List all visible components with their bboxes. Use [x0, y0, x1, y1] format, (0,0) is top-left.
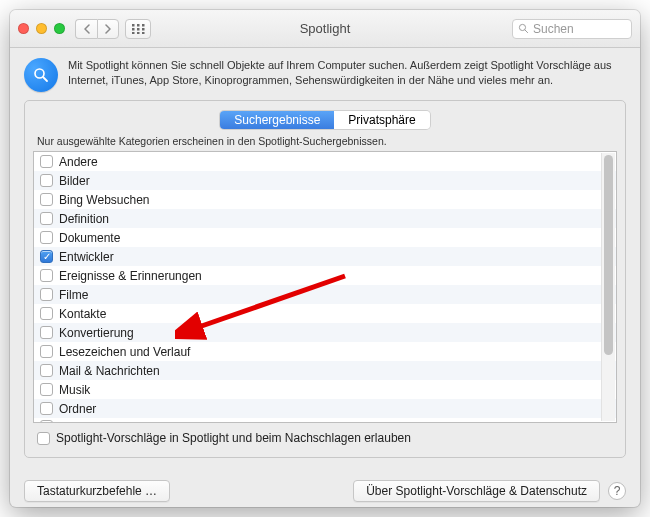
minimize-icon[interactable]: [36, 23, 47, 34]
category-checkbox[interactable]: [40, 269, 53, 282]
category-label: Bilder: [59, 174, 90, 188]
category-label: Lesezeichen und Verlauf: [59, 345, 190, 359]
titlebar: Spotlight Suchen: [10, 10, 640, 48]
allow-suggestions-row: Spotlight-Vorschläge in Spotlight und be…: [33, 423, 617, 445]
category-checkbox[interactable]: [40, 364, 53, 377]
category-checkbox[interactable]: [40, 288, 53, 301]
search-input[interactable]: Suchen: [512, 19, 632, 39]
header-row: Mit Spotlight können Sie schnell Objekte…: [24, 58, 626, 92]
category-checkbox[interactable]: [40, 250, 53, 263]
list-item[interactable]: Ordner: [34, 399, 616, 418]
category-checkbox[interactable]: [40, 174, 53, 187]
search-placeholder: Suchen: [533, 22, 574, 36]
list-item[interactable]: Bilder: [34, 171, 616, 190]
hint-text: Nur ausgewählte Kategorien erscheinen in…: [37, 135, 617, 147]
list-item[interactable]: Mail & Nachrichten: [34, 361, 616, 380]
list-item[interactable]: Andere: [34, 152, 616, 171]
scrollbar[interactable]: [601, 153, 615, 421]
close-icon[interactable]: [18, 23, 29, 34]
list-item[interactable]: Konvertierung: [34, 323, 616, 342]
category-label: Konvertierung: [59, 326, 134, 340]
category-label: Andere: [59, 155, 98, 169]
category-label: Filme: [59, 288, 88, 302]
category-checkbox[interactable]: [40, 231, 53, 244]
list-item[interactable]: Filme: [34, 285, 616, 304]
list-item[interactable]: Dokumente: [34, 228, 616, 247]
category-checkbox[interactable]: [40, 345, 53, 358]
list-item[interactable]: Kontakte: [34, 304, 616, 323]
category-checkbox[interactable]: [40, 326, 53, 339]
category-label: Mail & Nachrichten: [59, 364, 160, 378]
description-text: Mit Spotlight können Sie schnell Objekte…: [68, 58, 626, 88]
scrollbar-thumb[interactable]: [604, 155, 613, 355]
list-item[interactable]: [34, 418, 616, 423]
nav-buttons: [75, 19, 119, 39]
category-checkbox[interactable]: [40, 155, 53, 168]
list-item[interactable]: Entwickler: [34, 247, 616, 266]
category-label: Ereignisse & Erinnerungen: [59, 269, 202, 283]
svg-rect-4: [137, 28, 140, 31]
allow-suggestions-label: Spotlight-Vorschläge in Spotlight und be…: [56, 431, 411, 445]
list-item[interactable]: Bing Websuchen: [34, 190, 616, 209]
svg-rect-5: [142, 28, 145, 31]
category-label: Kontakte: [59, 307, 106, 321]
category-label: Bing Websuchen: [59, 193, 150, 207]
spotlight-icon: [24, 58, 58, 92]
svg-rect-2: [142, 24, 145, 27]
tab-search-results[interactable]: Suchergebnisse: [220, 111, 334, 129]
search-icon: [518, 23, 529, 34]
svg-rect-3: [132, 28, 135, 31]
svg-line-12: [43, 77, 47, 81]
list-item[interactable]: Musik: [34, 380, 616, 399]
forward-button[interactable]: [97, 19, 119, 39]
category-label: Dokumente: [59, 231, 120, 245]
svg-rect-8: [142, 32, 145, 34]
allow-suggestions-checkbox[interactable]: [37, 432, 50, 445]
category-checkbox[interactable]: [40, 307, 53, 320]
footer: Tastaturkurzbefehle … Über Spotlight-Vor…: [10, 470, 640, 502]
about-privacy-button[interactable]: Über Spotlight-Vorschläge & Datenschutz: [353, 480, 600, 502]
category-checkbox[interactable]: [40, 383, 53, 396]
zoom-icon[interactable]: [54, 23, 65, 34]
settings-panel: Suchergebnisse Privatsphäre Nur ausgewäh…: [24, 100, 626, 458]
category-list[interactable]: AndereBilderBing WebsuchenDefinitionDoku…: [33, 151, 617, 423]
svg-rect-7: [137, 32, 140, 34]
category-label: Definition: [59, 212, 109, 226]
keyboard-shortcuts-button[interactable]: Tastaturkurzbefehle …: [24, 480, 170, 502]
back-button[interactable]: [75, 19, 97, 39]
list-item[interactable]: Ereignisse & Erinnerungen: [34, 266, 616, 285]
preferences-window: Spotlight Suchen Mit Spotlight können Si…: [10, 10, 640, 507]
category-checkbox[interactable]: [40, 402, 53, 415]
svg-rect-6: [132, 32, 135, 34]
category-checkbox[interactable]: [40, 193, 53, 206]
svg-rect-1: [137, 24, 140, 27]
category-label: Entwickler: [59, 250, 114, 264]
list-item[interactable]: Lesezeichen und Verlauf: [34, 342, 616, 361]
tabs: Suchergebnisse Privatsphäre: [33, 111, 617, 129]
svg-line-10: [525, 30, 528, 33]
svg-rect-0: [132, 24, 135, 27]
window-controls: [18, 23, 65, 34]
list-item[interactable]: Definition: [34, 209, 616, 228]
category-label: Musik: [59, 383, 90, 397]
show-all-button[interactable]: [125, 19, 151, 39]
help-button[interactable]: ?: [608, 482, 626, 500]
category-checkbox[interactable]: [40, 212, 53, 225]
category-checkbox[interactable]: [40, 420, 53, 423]
content: Mit Spotlight können Sie schnell Objekte…: [10, 48, 640, 470]
category-label: Ordner: [59, 402, 96, 416]
tab-privacy[interactable]: Privatsphäre: [334, 111, 429, 129]
